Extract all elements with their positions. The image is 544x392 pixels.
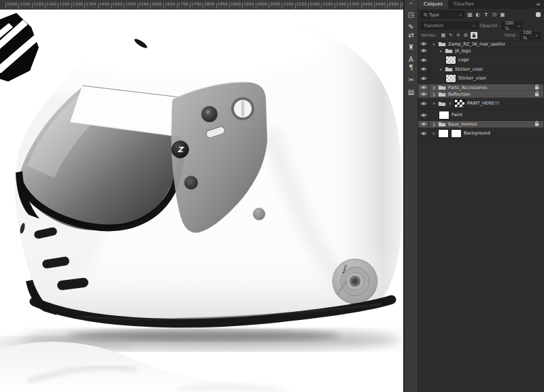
- layer-name[interactable]: Reflection: [448, 92, 470, 97]
- visibility-cell[interactable]: [418, 109, 429, 120]
- lock-position-icon[interactable]: ✛: [455, 33, 461, 38]
- layer-name[interactable]: Base_Helmet: [448, 122, 477, 127]
- expand-caret-icon[interactable]: ∨: [432, 42, 436, 46]
- visibility-cell[interactable]: [418, 66, 429, 72]
- folder-icon: [445, 66, 453, 72]
- visibility-cell[interactable]: [418, 54, 429, 65]
- visibility-eye-icon[interactable]: [420, 101, 427, 106]
- visibility-eye-icon[interactable]: [420, 113, 427, 118]
- layer-lock-badge: [534, 90, 539, 98]
- properties-panel-icon[interactable]: ◳: [406, 11, 417, 19]
- layer-mask-thumbnail[interactable]: [451, 129, 462, 138]
- lock-transparency-icon[interactable]: ▦: [440, 33, 446, 38]
- folder-icon: [438, 41, 446, 47]
- layer-name[interactable]: Sticker_visor: [458, 75, 486, 81]
- filter-shape-layers-icon[interactable]: ⊡: [491, 12, 498, 18]
- visibility-eye-icon[interactable]: [420, 41, 427, 46]
- paths-panel-icon[interactable]: ⇄: [406, 31, 417, 39]
- visibility-cell[interactable]: [418, 73, 429, 84]
- ruler-label: 2200: [309, 1, 320, 6]
- ruler-label: 2100: [283, 1, 293, 6]
- ruler-label: 1500: [125, 1, 135, 6]
- layer-mask-thumbnail[interactable]: [454, 99, 465, 108]
- expand-caret-icon[interactable]: ∨: [439, 67, 443, 71]
- shell-button: [253, 208, 265, 220]
- visibility-cell[interactable]: [418, 84, 429, 90]
- opacity-value-box[interactable]: 100 % ∨: [502, 22, 522, 29]
- canvas-area: 1050110011501200125013001350140014501500…: [0, 0, 403, 392]
- lock-pixels-icon[interactable]: ✎: [447, 33, 454, 38]
- expand-caret-icon[interactable]: ∨: [432, 101, 436, 105]
- character-panel-icon[interactable]: A: [406, 56, 417, 64]
- lock-all-button[interactable]: [471, 32, 477, 39]
- filter-adjustment-layers-icon[interactable]: ◐: [475, 12, 481, 18]
- layer-name[interactable]: Paint: [452, 112, 462, 118]
- visibility-cell[interactable]: [418, 98, 429, 109]
- expand-caret-icon[interactable]: ∨: [439, 49, 443, 53]
- layer-row[interactable]: ∨Zamp_RZ_36_rear_spoiler: [418, 41, 543, 48]
- visibility-eye-icon[interactable]: [420, 76, 427, 81]
- layer-thumbnail[interactable]: [445, 56, 456, 65]
- visibility-cell[interactable]: [418, 41, 429, 47]
- paragraph-panel-icon[interactable]: ¶: [406, 64, 417, 72]
- blend-mode-dropdown[interactable]: Transfert ∨: [421, 22, 478, 29]
- layer-row[interactable]: Logo: [418, 54, 543, 66]
- visibility-cell[interactable]: [418, 121, 429, 127]
- layer-row[interactable]: Sticker_visor: [418, 73, 543, 84]
- layer-thumbnail[interactable]: [439, 111, 449, 120]
- visibility-eye-icon[interactable]: [420, 122, 427, 126]
- layer-row[interactable]: ❯Base_Helmet: [418, 121, 543, 128]
- filter-toggle-button[interactable]: [536, 12, 541, 17]
- filter-pixel-layers-icon[interactable]: ▦: [466, 12, 473, 18]
- layer-row[interactable]: ∞Background: [418, 128, 543, 139]
- collapse-caret-icon[interactable]: ❯: [432, 122, 436, 126]
- visibility-cell[interactable]: [418, 128, 429, 139]
- visibility-eye-icon[interactable]: [420, 67, 427, 71]
- collapse-caret-icon[interactable]: ❯: [432, 92, 436, 96]
- layer-name[interactable]: JA_logo: [455, 48, 471, 54]
- layer-name[interactable]: PAINT_HERE!!!: [467, 101, 499, 106]
- fill-value: 100 %: [523, 30, 534, 41]
- clone-source-panel-icon[interactable]: ♜: [406, 43, 417, 52]
- horizontal-ruler[interactable]: 1050110011501200125013001350140014501500…: [0, 0, 403, 10]
- visibility-eye-icon[interactable]: [420, 85, 427, 90]
- layer-name[interactable]: Zamp_RZ_36_rear_spoiler: [448, 41, 505, 47]
- photoshop-window: 1050110011501200125013001350140014501500…: [0, 0, 544, 392]
- layer-row[interactable]: ∨Sticker_visor: [418, 66, 543, 73]
- panel-menu-icon[interactable]: ≡: [536, 0, 541, 9]
- visibility-eye-icon[interactable]: [420, 92, 427, 96]
- visibility-eye-icon[interactable]: [420, 58, 427, 63]
- ruler-label: 1050: [7, 1, 17, 6]
- tab-layers[interactable]: Calques: [418, 0, 448, 9]
- layer-name[interactable]: Sticker_visor: [455, 67, 483, 72]
- layer-name[interactable]: Background: [464, 130, 490, 136]
- layer-row[interactable]: ❯Reflection: [418, 91, 543, 98]
- layer-name[interactable]: Logo: [458, 57, 469, 63]
- layer-thumbnail[interactable]: [445, 74, 456, 83]
- brush-settings-panel-icon[interactable]: ✎: [406, 23, 417, 31]
- visibility-eye-icon[interactable]: [420, 131, 427, 136]
- chevron-down-icon: ∨: [459, 13, 462, 17]
- layer-row[interactable]: ❯Parts_Accessories: [418, 84, 543, 91]
- glyphs-panel-icon[interactable]: ✂: [406, 76, 417, 84]
- collapse-dock-icon[interactable]: «: [409, 0, 412, 7]
- document-canvas[interactable]: Z hans FIA 8858-2010: [0, 10, 403, 392]
- notes-panel-icon[interactable]: ▤: [406, 88, 417, 96]
- layer-thumbnail[interactable]: [438, 129, 449, 138]
- folder-icon: [438, 101, 446, 107]
- layer-row[interactable]: ∨JA_logo: [418, 48, 543, 54]
- visibility-eye-icon[interactable]: [420, 48, 427, 53]
- filter-type-dropdown[interactable]: Type ∨: [421, 11, 464, 18]
- lock-artboard-icon[interactable]: ⊞: [462, 33, 469, 38]
- filter-smart-objects-icon[interactable]: ▣: [499, 12, 506, 18]
- tab-channels[interactable]: Couches: [448, 0, 479, 9]
- fill-value-box[interactable]: 100 % ∨: [520, 32, 541, 39]
- layer-name[interactable]: Parts_Accessories: [448, 85, 488, 90]
- collapse-caret-icon[interactable]: ❯: [432, 86, 436, 90]
- search-icon: [424, 13, 428, 17]
- layer-row[interactable]: Paint: [418, 109, 543, 121]
- visibility-cell[interactable]: [418, 48, 429, 54]
- filter-type-layers-icon[interactable]: T: [483, 12, 490, 18]
- visibility-cell[interactable]: [418, 91, 429, 97]
- layer-row[interactable]: ∨∞PAINT_HERE!!!: [418, 98, 543, 109]
